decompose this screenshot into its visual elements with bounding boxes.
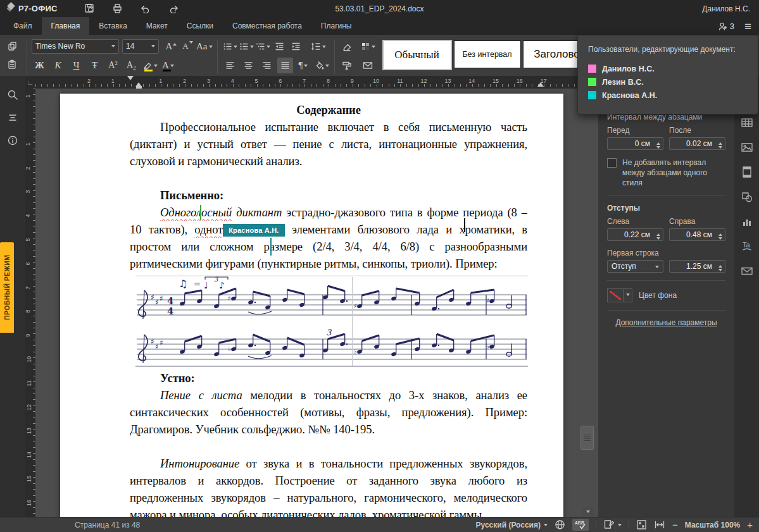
mail-merge-settings-button[interactable] bbox=[739, 263, 755, 278]
nonprinting-characters-button[interactable]: ¶ bbox=[296, 58, 311, 73]
text-line[interactable]: синтаксических особенностей (мотивы, фра… bbox=[130, 404, 527, 421]
spin-up-icon[interactable] bbox=[718, 140, 722, 145]
spin-down-icon[interactable] bbox=[718, 237, 722, 242]
font-name-select[interactable]: Times New Ro bbox=[32, 39, 119, 54]
no-interval-checkbox[interactable] bbox=[607, 158, 617, 168]
chart-settings-button[interactable] bbox=[739, 214, 755, 229]
increase-indent-button[interactable] bbox=[288, 39, 304, 54]
align-left-button[interactable] bbox=[222, 58, 238, 73]
font-color-button[interactable]: А bbox=[160, 58, 176, 73]
bold-button[interactable]: Ж bbox=[32, 58, 47, 73]
text-line[interactable]: 10 тактов), однотКраснова А.Н. элементам… bbox=[130, 221, 527, 238]
spin-down-icon[interactable] bbox=[656, 146, 660, 151]
text-line[interactable]: Интонирование от звука и в тональности п… bbox=[130, 455, 527, 472]
tab-references[interactable]: Ссылки bbox=[177, 17, 223, 35]
text-line[interactable]: мажора и минора, особых диатонических ла… bbox=[130, 506, 527, 517]
editing-canvas[interactable]: СодержаниеПрофессиональное испытание вкл… bbox=[35, 89, 598, 517]
first-line-field[interactable]: 1.25 см bbox=[669, 260, 725, 273]
document-heading[interactable]: Содержание bbox=[130, 101, 527, 118]
sheet-music-image[interactable]: ♯♯♯44♯♯♯♯♯♯♭♭♭3♫=3♩♪ bbox=[133, 273, 527, 368]
style-preview-normal[interactable]: Обычный bbox=[382, 40, 452, 70]
table-settings-button[interactable] bbox=[739, 115, 755, 130]
document-page[interactable]: СодержаниеПрофессиональное испытание вкл… bbox=[60, 94, 563, 517]
indent-left-field[interactable]: 0.22 см bbox=[607, 228, 663, 241]
strikeout-button[interactable]: Ŧ bbox=[87, 58, 103, 73]
spacing-before-field[interactable]: 0 см bbox=[607, 137, 663, 150]
spell-check-button[interactable]: АБВ bbox=[572, 519, 589, 531]
color-scheme-button[interactable] bbox=[360, 39, 376, 54]
right-indent-marker[interactable] bbox=[537, 79, 544, 87]
numbering-button[interactable] bbox=[239, 39, 254, 54]
change-case-button[interactable]: Aa bbox=[196, 39, 213, 54]
tab-home[interactable]: Главная bbox=[42, 17, 90, 35]
document-language-button[interactable] bbox=[555, 519, 565, 530]
superscript-button[interactable]: A² bbox=[105, 58, 121, 73]
mail-merge-button[interactable] bbox=[360, 58, 376, 73]
align-justify-button[interactable] bbox=[277, 58, 293, 73]
text-line[interactable]: слуховой и гармонический анализ. bbox=[130, 152, 527, 170]
text-line[interactable]: Пение с листа мелодии в тональностях до … bbox=[130, 387, 527, 404]
horizontal-ruler[interactable]: 211234567891011121314151617 bbox=[35, 76, 598, 89]
about-button[interactable] bbox=[0, 129, 25, 152]
tab-collaboration[interactable]: Совместная работа bbox=[223, 17, 311, 35]
spin-down-icon[interactable] bbox=[718, 269, 722, 273]
spin-down-icon[interactable] bbox=[718, 146, 722, 151]
text-line[interactable]: простом или сложном размере (2/4, 3/4, 4… bbox=[130, 238, 527, 255]
text-line[interactable]: Драгомиров. Учебник сольфеджио. №№ 140-1… bbox=[130, 421, 527, 438]
text-line[interactable]: ритмическими фигурами (пунктирные ритмы,… bbox=[130, 255, 527, 272]
multilevel-list-button[interactable] bbox=[255, 39, 271, 54]
paragraph-shading-button[interactable] bbox=[314, 58, 330, 73]
background-color-button[interactable] bbox=[607, 288, 632, 302]
vertical-ruler[interactable]: 112345678910111213141516 bbox=[25, 89, 35, 517]
tab-file[interactable]: Файл bbox=[4, 17, 42, 35]
indent-right-field[interactable]: 0.48 см bbox=[669, 228, 725, 241]
fit-page-button[interactable] bbox=[636, 519, 647, 530]
track-changes-button[interactable] bbox=[603, 519, 622, 530]
redo-button[interactable] bbox=[165, 2, 182, 16]
text-line[interactable]: Письменно: bbox=[130, 187, 527, 204]
zoom-out-button[interactable]: − bbox=[672, 520, 678, 529]
tab-insert[interactable]: Вставка bbox=[89, 17, 137, 35]
tab-plugins[interactable]: Плагины bbox=[311, 17, 361, 35]
spin-up-icon[interactable] bbox=[718, 263, 722, 268]
image-settings-button[interactable] bbox=[739, 140, 755, 155]
advanced-settings-link[interactable]: Дополнительные параметры bbox=[607, 318, 725, 327]
decrease-font-button[interactable]: A bbox=[180, 39, 196, 54]
text-line[interactable]: интервалов и аккордов. Построение от зад… bbox=[130, 472, 527, 489]
line-spacing-button[interactable] bbox=[311, 39, 327, 54]
zoom-in-button[interactable]: + bbox=[747, 520, 753, 529]
spin-up-icon[interactable] bbox=[656, 140, 660, 145]
collaboration-users-button[interactable]: 3 bbox=[718, 22, 734, 31]
spin-down-icon[interactable] bbox=[656, 237, 660, 242]
style-preview-no-spacing[interactable]: Без интервал bbox=[454, 40, 521, 68]
copy-style-button[interactable] bbox=[339, 58, 355, 73]
first-line-select[interactable]: Отступ bbox=[607, 260, 663, 273]
main-menu-button[interactable]: ≡ bbox=[744, 20, 751, 32]
underline-button[interactable]: Ч bbox=[68, 58, 84, 73]
spin-up-icon[interactable] bbox=[718, 232, 722, 236]
scroll-down-button[interactable] bbox=[582, 507, 594, 516]
paste-button[interactable] bbox=[4, 56, 20, 72]
undo-button[interactable] bbox=[137, 2, 154, 16]
headers-footers-button[interactable] bbox=[739, 164, 755, 180]
print-button[interactable] bbox=[110, 2, 126, 16]
text-line[interactable]: (диктант) и устный ответ — пение с листа… bbox=[130, 135, 527, 152]
spin-up-icon[interactable] bbox=[656, 232, 660, 236]
text-line[interactable]: предложенных звукорядов – натурального, … bbox=[130, 489, 527, 506]
subscript-button[interactable]: A₂ bbox=[123, 58, 139, 73]
page-info-label[interactable]: Страница 41 из 48 bbox=[75, 521, 140, 529]
fit-width-button[interactable] bbox=[654, 520, 665, 529]
bullets-button[interactable] bbox=[222, 39, 238, 54]
copy-button[interactable] bbox=[4, 38, 20, 54]
clear-style-button[interactable] bbox=[339, 39, 355, 54]
language-selector[interactable]: Русский (Россия) bbox=[476, 521, 548, 529]
font-size-select[interactable]: 14 bbox=[122, 39, 159, 54]
shape-settings-button[interactable] bbox=[739, 189, 755, 204]
italic-button[interactable]: К bbox=[50, 58, 66, 73]
text-art-button[interactable]: Ta bbox=[739, 238, 755, 254]
decrease-indent-button[interactable] bbox=[272, 39, 287, 54]
text-line[interactable]: Одноголосный диктант эстрадно-джазового … bbox=[130, 204, 527, 221]
navigation-button[interactable] bbox=[0, 106, 25, 129]
increase-font-button[interactable]: A bbox=[163, 39, 179, 54]
vertical-scrollbar-thumb[interactable] bbox=[580, 426, 594, 450]
